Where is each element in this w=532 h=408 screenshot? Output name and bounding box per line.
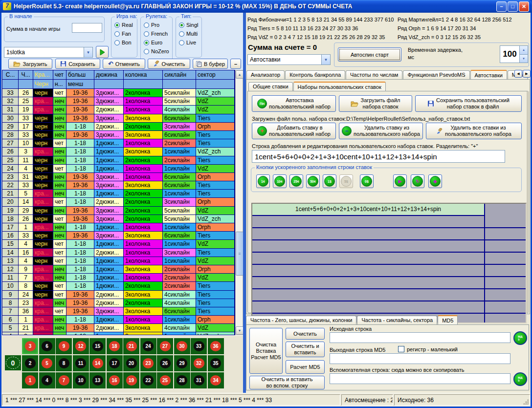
main-tab[interactable]: Анализатор (246, 70, 285, 79)
table-row[interactable]: 736кра...чет19-363дюжи...3колонка6сиклай… (2, 307, 235, 316)
board-cell-10[interactable]: 10 (73, 372, 89, 388)
quick-bet-button-5$[interactable]: 5$ (339, 174, 353, 188)
table-row[interactable]: 154чернчет1-181дюжи...1колонка1сиклайнVd… (2, 240, 235, 248)
table-row[interactable]: 134чернчет1-181дюжи...1колонка1сиклайнVd… (2, 257, 235, 265)
md5-calc-button[interactable]: Расчет MD5 (286, 360, 325, 374)
table-row[interactable]: 1826чернчет19-363дюжи...2колонка5сиклайн… (2, 215, 235, 223)
start-sum-input[interactable] (72, 23, 102, 33)
table-row[interactable]: 3033черннеч19-363дюжи...3колонка6сиклайн… (2, 114, 235, 123)
minimize-button[interactable]: – (496, 1, 507, 12)
maximize-button[interactable]: □ (508, 1, 518, 12)
board-cell-29[interactable]: 29 (174, 355, 190, 371)
delay-value[interactable]: 100 (500, 46, 519, 63)
close-button[interactable]: ✕ (519, 1, 529, 12)
board-cell-2[interactable]: 2 (22, 355, 38, 371)
quick-bet-button-10¢[interactable]: 10¢ (273, 174, 287, 188)
main-tab[interactable]: Автоставки (470, 70, 507, 80)
board-cell-27[interactable]: 27 (157, 338, 173, 354)
board-cell-15[interactable]: 15 (89, 338, 106, 354)
add-stake-button[interactable]: + Добавить ставку в пользовательский наб… (252, 123, 336, 139)
board-cell-34[interactable]: 34 (208, 372, 224, 388)
table-row[interactable]: 2917черннеч1-182дюжи...2колонка3сиклайнO… (2, 123, 235, 131)
md5-source-input[interactable] (330, 332, 510, 343)
board-cell-32[interactable]: 32 (191, 355, 207, 371)
remove-all-stakes-button[interactable]: Удалить все ставки из пользовательского … (426, 123, 522, 139)
quick-bet-button-0$[interactable]: 0$ (360, 174, 374, 188)
dropdown-arrow-icon[interactable]: ▼ (321, 55, 330, 64)
board-cell-19[interactable]: 19 (123, 372, 139, 388)
board-cell-18[interactable]: 18 (107, 338, 123, 354)
table-row[interactable]: 1416кра...чет1-182дюжи...1колонка3сиклай… (2, 249, 235, 257)
mode-combobox[interactable]: Автоставки ▼ (247, 54, 331, 65)
table-scrollbar[interactable]: ▲ ≡ ▼ (235, 70, 243, 335)
save-button[interactable]: Сохранить (55, 59, 100, 69)
main-tab[interactable]: Частоты по числам (346, 70, 402, 79)
resize-grip-icon[interactable] (523, 399, 529, 405)
scrollbar-thumb[interactable]: ≡ (236, 232, 244, 276)
board-cell-23[interactable]: 23 (140, 355, 156, 371)
board-cell-7[interactable]: 7 (56, 372, 72, 388)
board-cell-26[interactable]: 26 (157, 355, 173, 371)
board-cell-24[interactable]: 24 (140, 338, 156, 354)
board-cell-28[interactable]: 28 (174, 372, 190, 388)
tab-scroll-left-icon[interactable]: ◀ (514, 70, 522, 78)
play-profile-button[interactable] (96, 46, 109, 58)
main-tab[interactable]: Контроль банкролла (285, 70, 345, 79)
table-row[interactable]: 129кра...неч1-181дюжи...3колонка2сиклайн… (2, 265, 235, 274)
board-cell-8[interactable]: 8 (56, 355, 72, 371)
table-row[interactable]: 61кра...неч1-181дюжи...1колонка1сиклайнO… (2, 316, 235, 324)
table-row[interactable]: 924чернчет19-362дюжи...3колонка4сиклайнT… (2, 291, 235, 299)
table-row[interactable]: 2233черннеч19-363дюжи...3колонка6сиклайн… (2, 181, 235, 190)
board-cell-35[interactable]: 35 (208, 355, 224, 371)
frequency-tab[interactable]: Частота - Zero, шансы, дюжины, колонки (246, 316, 356, 324)
radio-Singl[interactable]: Singl (179, 22, 201, 28)
stake-string-input[interactable] (252, 150, 505, 163)
md5-aux-input[interactable] (330, 373, 510, 384)
load-stakes-file-button[interactable]: Загрузить файл набора ставок (339, 95, 412, 112)
board-cell-33[interactable]: 33 (191, 338, 207, 354)
profile-combobox[interactable]: 1slotka ▼ (4, 47, 93, 58)
frequency-tab[interactable]: MD5 (438, 315, 458, 325)
md5-clear-paste-calc-button[interactable]: Очистка Вставка Расчет MD5 (249, 328, 283, 374)
md5-case-checkbox[interactable]: регистр - маленький (398, 346, 458, 352)
table-row[interactable]: 244чернчет1-181дюжи...1колонка1сиклайнVd… (2, 165, 235, 173)
save-stakes-file-button[interactable]: Сохранить пользовательский набор ставок … (415, 95, 522, 112)
table-row[interactable]: 1929черннеч19-363дюжи...2колонка5сиклайн… (2, 207, 235, 215)
radio-Live[interactable]: Live (179, 40, 201, 45)
collapse-panel-button[interactable]: – (230, 59, 241, 69)
radio-French[interactable]: French (144, 31, 172, 37)
board-cell-25[interactable]: 25 (157, 372, 173, 388)
table-row[interactable]: 108чернчет1-181дюжи...2колонка2сиклайнTi… (2, 282, 235, 290)
table-row[interactable]: 117кра...неч1-181дюжи...1колонка2сиклайн… (2, 274, 235, 282)
table-row[interactable]: 215кра...неч1-181дюжи...2колонка1сиклайн… (2, 190, 235, 198)
board-cell-36[interactable]: 36 (208, 338, 224, 354)
board-cell-16[interactable]: 16 (107, 372, 123, 388)
stake-set-tab[interactable]: Наборы пользовательских ставок (293, 82, 386, 91)
quick-bet-button-1¢[interactable]: 1¢ (256, 174, 270, 188)
board-cell-9[interactable]: 9 (56, 338, 72, 354)
radio-Fan[interactable]: Fan (114, 31, 137, 37)
remove-stake-button[interactable]: − Удалить ставку из пользовательского на… (339, 123, 423, 139)
table-row[interactable]: 3119кра...неч19-362дюжи...1колонка4сикла… (2, 106, 235, 114)
dropdown-arrow-icon[interactable]: ▼ (84, 47, 92, 57)
table-row[interactable]: 2014кра...чет1-182дюжи...2колонка3сиклай… (2, 198, 235, 206)
quick-bet-button-1$[interactable]: 1$ (323, 174, 336, 188)
tab-scroll-right-icon[interactable]: ▶ (523, 70, 531, 78)
md5-icon[interactable]: МД 5 (513, 372, 527, 386)
board-cell-6[interactable]: 6 (39, 338, 55, 354)
load-button[interactable]: Загрузить (8, 59, 52, 69)
action-play-button[interactable]: ▶ (393, 174, 407, 188)
board-cell-31[interactable]: 31 (191, 372, 207, 388)
main-tab[interactable]: Функционал PsevdoMS (403, 70, 469, 79)
to-buffer-button[interactable]: В буфер (193, 59, 228, 69)
frequency-tab[interactable]: Частота - сиклайны, сектора (357, 316, 437, 324)
radio-NoZero[interactable]: NoZero (144, 48, 172, 54)
scroll-up-icon[interactable]: ▲ (236, 70, 244, 79)
table-row[interactable]: 171кра...неч1-181дюжи...1колонка1сиклайн… (2, 223, 235, 232)
board-cell-1[interactable]: 1 (22, 372, 38, 388)
radio-Multi[interactable]: Multi (179, 31, 201, 37)
table-row[interactable]: 823кра...неч19-362дюжи...2колонка4сиклай… (2, 299, 235, 307)
board-cell-17[interactable]: 17 (107, 355, 123, 371)
board-cell-4[interactable]: 4 (39, 372, 55, 388)
board-cell-14[interactable]: 14 (89, 355, 106, 371)
